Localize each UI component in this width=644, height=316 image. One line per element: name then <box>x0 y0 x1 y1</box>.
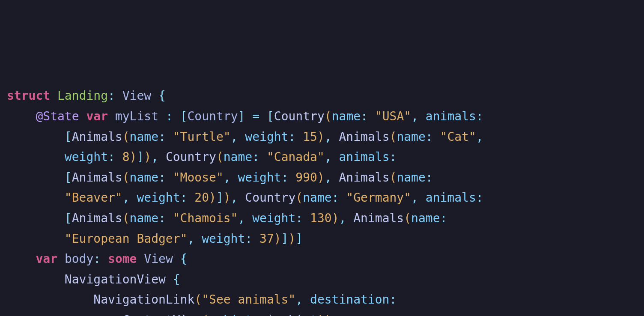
colon: : <box>281 170 289 185</box>
rbracket: ] <box>216 191 224 205</box>
type-view: View <box>122 89 151 103</box>
call-animals: Animals <box>72 130 122 144</box>
lparen: ( <box>122 130 130 144</box>
string-usa: "USA" <box>375 109 411 123</box>
comma: , <box>295 292 303 307</box>
call-animals: Animals <box>72 170 122 185</box>
comma: , <box>325 130 332 144</box>
string-germany: "Germany" <box>346 191 411 205</box>
comma: , <box>411 109 418 123</box>
param-animals: animals <box>339 150 390 164</box>
colon: : <box>361 109 368 123</box>
lbracket: [ <box>267 109 274 123</box>
comma: , <box>476 130 483 144</box>
colon: : <box>252 150 259 164</box>
call-animals: Animals <box>339 170 390 185</box>
param-destination: destination <box>310 292 389 307</box>
call-animals: Animals <box>72 211 122 225</box>
colon: : <box>476 191 483 205</box>
string-beaver: "Beaver" <box>65 191 122 205</box>
type-view: View <box>144 252 173 266</box>
type-country: Country <box>187 109 238 123</box>
string-see-animals: "See animals" <box>202 292 295 307</box>
string-moose: "Moose" <box>173 170 224 185</box>
colon: : <box>158 170 166 185</box>
param-weight: weight <box>202 232 245 246</box>
keyword-struct: struct <box>7 89 50 103</box>
lbrace: { <box>158 89 166 103</box>
colon: : <box>288 130 295 144</box>
colon: : <box>158 130 166 144</box>
colon: : <box>245 232 252 246</box>
type-landing: Landing <box>57 89 108 103</box>
call-animals: Animals <box>339 130 390 144</box>
rparen: ) <box>288 232 295 246</box>
lbrace: { <box>173 272 180 286</box>
call-country: Country <box>245 191 295 205</box>
string-turtle: "Turtle" <box>173 130 231 144</box>
string-canada: "Canada" <box>267 150 325 164</box>
param-name: name <box>411 211 440 225</box>
colon: : <box>426 130 433 144</box>
rparen: ) <box>274 232 281 246</box>
rparen: ) <box>325 313 332 316</box>
keyword-var: var <box>36 252 57 266</box>
param-name: name <box>130 170 158 185</box>
lbracket: [ <box>65 130 72 144</box>
call-navigationlink: NavigationLink <box>93 292 194 307</box>
param-weight: weight <box>252 211 295 225</box>
colon: : <box>476 109 483 123</box>
param-name: name <box>397 170 425 185</box>
code-block: struct Landing: View { @State var myList… <box>7 86 637 316</box>
rparen: ) <box>144 150 151 164</box>
rparen: ) <box>130 150 137 164</box>
lbracket: [ <box>65 211 72 225</box>
lbracket: [ <box>180 109 188 123</box>
colon: : <box>332 191 339 205</box>
comma: , <box>325 170 332 185</box>
lparen: ( <box>325 109 332 123</box>
param-animals: animals <box>426 109 476 123</box>
attr-state: @State <box>36 109 79 123</box>
keyword-some: some <box>108 252 137 266</box>
rparen: ) <box>317 313 325 316</box>
comma: , <box>339 211 346 225</box>
comma: , <box>325 150 332 164</box>
comma: , <box>224 170 231 185</box>
comma: , <box>238 211 245 225</box>
colon: : <box>426 170 433 185</box>
call-country: Country <box>166 150 216 164</box>
lbrace: { <box>180 252 188 266</box>
number-8: 8 <box>122 150 130 164</box>
param-weight: weight <box>65 150 108 164</box>
lparen: ( <box>194 292 202 307</box>
param-weight: weight <box>245 130 288 144</box>
ident-body: body <box>65 252 93 266</box>
param-animals: animals <box>426 191 476 205</box>
comma: , <box>231 130 238 144</box>
colon: : <box>389 292 397 307</box>
number-20: 20 <box>194 191 209 205</box>
lparen: ( <box>202 313 209 316</box>
number-15: 15 <box>303 130 317 144</box>
rparen: ) <box>209 191 216 205</box>
lbracket: [ <box>65 170 72 185</box>
lparen: ( <box>295 191 303 205</box>
colon: : <box>158 211 166 225</box>
rparen: ) <box>317 130 325 144</box>
ident-mylist: myList <box>115 109 158 123</box>
param-name: name <box>224 150 252 164</box>
colon: : <box>390 150 397 164</box>
number-990: 990 <box>295 170 317 185</box>
call-animals: Animals <box>353 211 404 225</box>
rparen: ) <box>317 170 325 185</box>
param-name: name <box>130 130 158 144</box>
number-130: 130 <box>310 211 332 225</box>
rparen: ) <box>332 211 339 225</box>
call-country: Country <box>274 109 325 123</box>
comma: , <box>187 232 194 246</box>
string-chamois: "Chamois" <box>173 211 238 225</box>
colon: : <box>108 89 115 103</box>
string-cat: "Cat" <box>440 130 476 144</box>
colon: : <box>440 211 447 225</box>
